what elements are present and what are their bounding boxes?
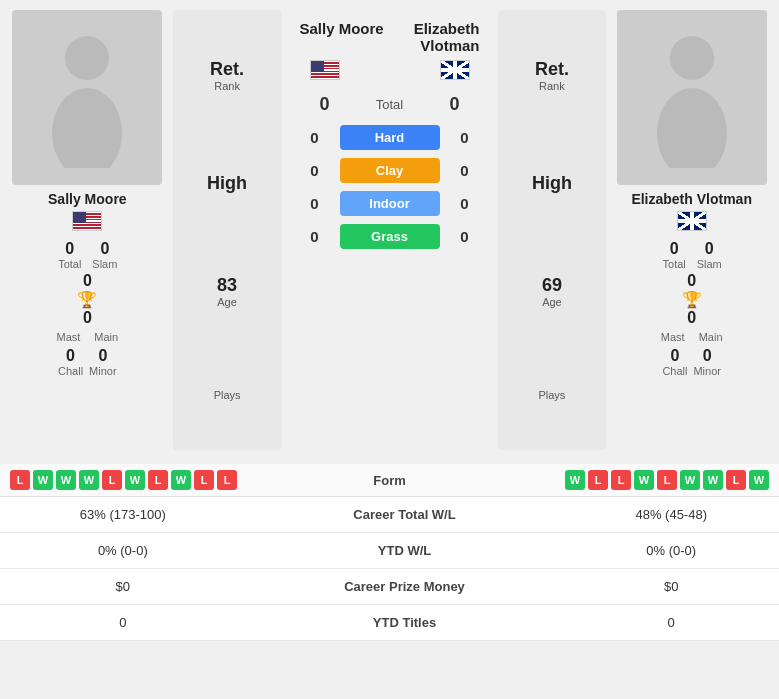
hard-button[interactable]: Hard xyxy=(340,125,440,150)
player2-trophy-icon: 🏆 xyxy=(682,290,702,309)
indoor-button[interactable]: Indoor xyxy=(340,191,440,216)
clay-row: 0 Clay 0 xyxy=(290,154,490,187)
stat-p1-value: 0% (0-0) xyxy=(0,533,246,569)
indoor-p1-score: 0 xyxy=(300,195,330,212)
player2-avatar xyxy=(617,10,767,185)
form-badge: W xyxy=(634,470,654,490)
form-badge: W xyxy=(680,470,700,490)
svg-point-2 xyxy=(670,36,714,80)
clay-button[interactable]: Clay xyxy=(340,158,440,183)
stat-label: YTD Titles xyxy=(246,605,564,641)
player1-slam-label: Slam xyxy=(92,258,117,270)
stat-p2-value: 0 xyxy=(563,605,779,641)
center-flags-row xyxy=(290,60,490,88)
player1-age: 83 Age xyxy=(217,275,237,308)
player1-trophy-row: 0 🏆 0 xyxy=(77,272,97,327)
player1-flag xyxy=(72,211,102,231)
stat-label: Career Prize Money xyxy=(246,569,564,605)
stat-label: YTD W/L xyxy=(246,533,564,569)
player2-ret-label: Ret. xyxy=(535,59,569,80)
player1-plays-label: Plays xyxy=(214,389,241,401)
player2-ret-rank: Ret. Rank xyxy=(535,59,569,92)
bottom-section: LWWWLWLWLL Form WLLWLWWLW 63% (173-100)C… xyxy=(0,464,779,641)
player1-chall-value: 0 xyxy=(66,347,75,365)
player2-age: 69 Age xyxy=(542,275,562,308)
stat-p2-value: $0 xyxy=(563,569,779,605)
hard-p2-score: 0 xyxy=(450,129,480,146)
svg-point-1 xyxy=(52,88,122,168)
player1-minor-value: 0 xyxy=(98,347,107,365)
player2-main-label: Main xyxy=(699,331,723,343)
player2-minor-value: 0 xyxy=(703,347,712,365)
player2-rank-label: Rank xyxy=(535,80,569,92)
stat-p2-value: 0% (0-0) xyxy=(563,533,779,569)
player2-stats: 0 Total 0 Slam xyxy=(662,240,722,270)
player1-main-label: Main xyxy=(94,331,118,343)
player1-total-label: Total xyxy=(58,258,81,270)
svg-point-0 xyxy=(65,36,109,80)
form-badge: L xyxy=(217,470,237,490)
grass-button[interactable]: Grass xyxy=(340,224,440,249)
player2-chall-cell: 0 Chall xyxy=(662,347,687,377)
player1-name: Sally Moore xyxy=(48,191,127,207)
form-p2: WLLWLWWLW xyxy=(470,470,770,490)
form-badge: L xyxy=(657,470,677,490)
grass-p2-score: 0 xyxy=(450,228,480,245)
player1-mast-label: Mast xyxy=(56,331,80,343)
player2-silhouette xyxy=(617,10,767,185)
table-row: 0YTD Titles0 xyxy=(0,605,779,641)
player2-plays: Plays xyxy=(538,389,565,401)
form-badge: L xyxy=(10,470,30,490)
table-row: $0Career Prize Money$0 xyxy=(0,569,779,605)
total-row: 0 Total 0 xyxy=(290,88,490,121)
grass-row: 0 Grass 0 xyxy=(290,220,490,253)
table-row: 0% (0-0)YTD W/L0% (0-0) xyxy=(0,533,779,569)
player2-middle-stats: Ret. Rank High 69 Age Plays xyxy=(498,10,607,450)
form-badge: L xyxy=(588,470,608,490)
player1-chall-cell: 0 Chall xyxy=(58,347,83,377)
clay-p2-score: 0 xyxy=(450,162,480,179)
form-badge: L xyxy=(194,470,214,490)
player2-chall-value: 0 xyxy=(670,347,679,365)
player2-mast-label: Mast xyxy=(661,331,685,343)
player2-flag-container xyxy=(677,211,707,234)
total-label: Total xyxy=(350,97,430,112)
player1-mast-value: 0 xyxy=(83,272,92,290)
player2-mast-value: 0 xyxy=(687,272,696,290)
player2-main-value: 0 xyxy=(687,309,696,327)
form-badge: W xyxy=(125,470,145,490)
form-badge: W xyxy=(171,470,191,490)
player1-minor-cell: 0 Minor xyxy=(89,347,117,377)
stat-label: Career Total W/L xyxy=(246,497,564,533)
player1-mast-main-labels: Mast Main xyxy=(56,331,118,343)
player1-mast-cell: 0 🏆 0 xyxy=(77,272,97,327)
player2-high-label: High xyxy=(532,173,572,194)
form-row: LWWWLWLWLL Form WLLWLWWLW xyxy=(0,464,779,497)
center-player-names: Sally Moore ElizabethVlotman xyxy=(290,20,490,60)
form-badge: W xyxy=(703,470,723,490)
player1-total-value: 0 xyxy=(65,240,74,258)
svg-point-3 xyxy=(657,88,727,168)
center-p2-name: ElizabethVlotman xyxy=(390,20,480,54)
player1-age-label: Age xyxy=(217,296,237,308)
player2-minor-label: Minor xyxy=(693,365,721,377)
player1-trophy-icon: 🏆 xyxy=(77,290,97,309)
form-badge: L xyxy=(611,470,631,490)
total-p1-score: 0 xyxy=(310,94,340,115)
player1-age-value: 83 xyxy=(217,275,237,296)
player1-chall-label: Chall xyxy=(58,365,83,377)
player1-slam-cell: 0 Slam xyxy=(92,240,117,270)
player2-mast-main-labels: Mast Main xyxy=(661,331,723,343)
player1-middle-stats: Ret. Rank High 83 Age Plays xyxy=(173,10,282,450)
player1-slam-value: 0 xyxy=(100,240,109,258)
total-p2-score: 0 xyxy=(440,94,470,115)
clay-p1-score: 0 xyxy=(300,162,330,179)
form-badge: W xyxy=(56,470,76,490)
player2-total-label: Total xyxy=(663,258,686,270)
center-p1-name: Sally Moore xyxy=(300,20,390,37)
stats-table: 63% (173-100)Career Total W/L48% (45-48)… xyxy=(0,497,779,641)
table-row: 63% (173-100)Career Total W/L48% (45-48) xyxy=(0,497,779,533)
surface-stats: Sally Moore ElizabethVlotman 0 Total 0 0 xyxy=(290,10,490,253)
player1-rank-label: Rank xyxy=(210,80,244,92)
player1-flag-container xyxy=(72,211,102,234)
